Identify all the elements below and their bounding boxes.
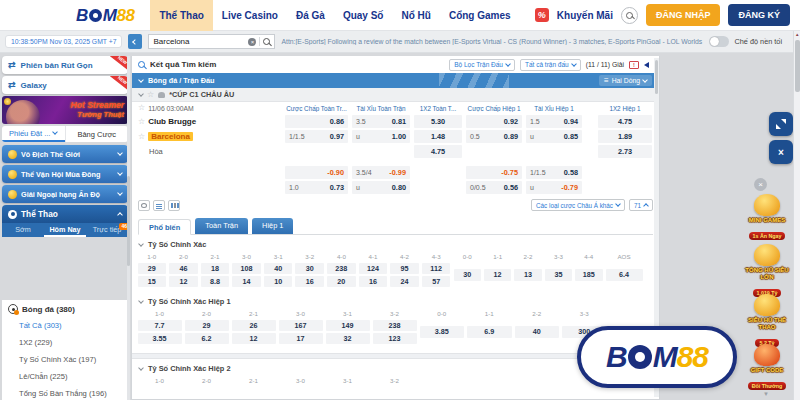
- promo-badge[interactable]: TỔNG HŨ SIÊU LỚN1,019 Tỷ: [740, 244, 794, 299]
- odds-cell[interactable]: 0.86: [285, 115, 348, 128]
- odds-cell[interactable]: u0.80: [352, 181, 410, 194]
- score-section-header[interactable]: Tỷ Số Chính Xác Hiệp 1: [132, 292, 659, 308]
- search-back-button[interactable]: [128, 34, 142, 49]
- sport-group-football[interactable]: Bóng đá (380): [2, 300, 128, 317]
- odds-cell[interactable]: 1.48: [414, 130, 462, 143]
- search-input[interactable]: [153, 37, 245, 46]
- odds-cell[interactable]: 1/1.50.97: [285, 130, 348, 143]
- odds-cell[interactable]: 1.89: [598, 130, 652, 143]
- score-odds-cell[interactable]: 10: [264, 276, 293, 287]
- star-icon[interactable]: [138, 104, 145, 112]
- promo-scroll-down-icon[interactable]: [763, 391, 769, 397]
- odds-cell[interactable]: 2.73: [598, 145, 652, 158]
- score-odds-cell[interactable]: 112: [422, 263, 451, 274]
- odds-cell[interactable]: 4.75: [414, 145, 462, 158]
- score-odds-cell[interactable]: 3.85: [420, 326, 465, 338]
- score-odds-cell[interactable]: 149: [326, 320, 370, 331]
- nav-item[interactable]: Nổ Hũ: [392, 0, 439, 31]
- other-asian-bets-dropdown[interactable]: Các loại cược Châu Á khác: [531, 199, 625, 211]
- score-odds-cell[interactable]: 17: [279, 333, 323, 344]
- league-header-row[interactable]: *CÚP C1 CHÂU ÂU: [132, 88, 659, 102]
- score-odds-cell[interactable]: 3.55: [138, 333, 182, 344]
- promo-badge[interactable]: MINI GAMES1s Ăn Ngay: [740, 194, 794, 242]
- score-odds-cell[interactable]: 6.9: [467, 326, 512, 338]
- promo-badge[interactable]: SIÊU HŨ THỂ THAO5.2 Tỷ: [740, 294, 794, 349]
- score-odds-cell[interactable]: 238: [327, 263, 356, 274]
- odds-table-tab[interactable]: Bảng Cược: [65, 126, 129, 142]
- score-odds-cell[interactable]: 29: [138, 263, 167, 274]
- sidebar-bet-type[interactable]: 1X2 (229): [2, 334, 128, 351]
- list-view-icon[interactable]: [153, 200, 165, 211]
- odds-cell[interactable]: -0.90: [285, 166, 348, 179]
- score-odds-cell[interactable]: 40: [515, 326, 560, 338]
- score-odds-cell[interactable]: 123: [373, 333, 417, 344]
- score-odds-cell[interactable]: 6.4: [606, 269, 643, 281]
- sidebar-league-button[interactable]: Vô Địch Thế Giới: [2, 145, 128, 163]
- score-odds-cell[interactable]: 12: [484, 269, 511, 281]
- odds-cell[interactable]: 1/1.50.58: [526, 166, 582, 179]
- score-odds-cell[interactable]: 40: [264, 263, 293, 274]
- dark-mode-toggle[interactable]: [709, 36, 729, 47]
- score-odds-cell[interactable]: 13: [514, 269, 541, 281]
- score-section-header[interactable]: Tỷ Số Chính Xác: [132, 235, 659, 251]
- star-icon[interactable]: [147, 91, 154, 99]
- score-odds-cell[interactable]: 7.7: [138, 320, 182, 331]
- bet-market-tab[interactable]: Phổ biến: [138, 219, 191, 235]
- time-tab[interactable]: Hôm Nay: [44, 223, 86, 237]
- score-odds-cell[interactable]: 16: [359, 276, 388, 287]
- sport-section-bar[interactable]: Bóng đá / Trận Đấu Hai Dòng: [132, 73, 659, 88]
- score-odds-cell[interactable]: 6.2: [185, 333, 229, 344]
- score-odds-cell[interactable]: 12: [232, 333, 276, 344]
- sidebar-league-button[interactable]: Giải Ngoại hạng Ấn Độ: [2, 185, 128, 203]
- score-odds-cell[interactable]: 167: [279, 320, 323, 331]
- star-icon[interactable]: [138, 133, 145, 141]
- sports-section-header[interactable]: Thể Thao: [2, 205, 128, 223]
- odds-cell[interactable]: u0.85: [526, 130, 582, 143]
- nav-item[interactable]: Live Casino: [213, 0, 287, 31]
- score-odds-cell[interactable]: 12: [169, 276, 198, 287]
- score-odds-cell[interactable]: 16: [295, 276, 324, 287]
- sidebar-bet-type[interactable]: Tất Cả (303): [2, 317, 128, 334]
- page-scrollbar[interactable]: [793, 31, 800, 400]
- clear-search-icon[interactable]: [248, 38, 256, 46]
- panel-scroll-thumb[interactable]: [655, 60, 658, 94]
- all-matches-dropdown[interactable]: Tất cả trận đấu: [520, 59, 581, 71]
- sidebar-bet-type[interactable]: Lẻ/Chẵn (225): [2, 368, 128, 385]
- live-tv-icon[interactable]: [629, 61, 639, 69]
- promo-badge[interactable]: GIFT CODEĐổi Thưởng: [740, 344, 794, 392]
- odds-cell[interactable]: 3.5/4-0.99: [352, 166, 410, 179]
- close-promos-button[interactable]: [754, 178, 767, 191]
- odds-cell[interactable]: 0.50.89: [466, 130, 522, 143]
- page-scroll-thumb[interactable]: [795, 40, 800, 92]
- score-odds-cell[interactable]: 46: [169, 263, 198, 274]
- bet-market-tab[interactable]: Hiệp 1: [252, 218, 293, 234]
- sidebar-scrollbar[interactable]: [127, 56, 130, 400]
- view-mode-dropdown[interactable]: Hai Dòng: [599, 75, 652, 86]
- galaxy-button[interactable]: Galaxy NEW: [2, 76, 128, 94]
- login-button[interactable]: ĐĂNG NHẬP: [646, 4, 721, 26]
- search-submit-icon[interactable]: [263, 38, 270, 45]
- score-odds-cell[interactable]: 35: [545, 269, 572, 281]
- score-odds-cell[interactable]: 108: [232, 263, 261, 274]
- score-odds-cell[interactable]: 14: [232, 276, 261, 287]
- score-odds-cell[interactable]: 8.8: [201, 276, 230, 287]
- nav-item[interactable]: Đá Gà: [287, 0, 334, 31]
- refresh-icon[interactable]: [138, 200, 150, 211]
- sidebar-league-button[interactable]: Thể Vận Hội Mùa Đông: [2, 165, 128, 183]
- bet-slip-tab[interactable]: Phiếu Đặt ...: [2, 126, 65, 142]
- odds-cell[interactable]: u1.00: [352, 130, 410, 143]
- odds-cell[interactable]: 0/0.50.56: [466, 181, 522, 194]
- hot-streamer-banner[interactable]: Hot Streamer Tường Thuật: [2, 96, 128, 124]
- promotions-link[interactable]: Khuyến Mãi: [557, 10, 613, 21]
- score-odds-cell[interactable]: 124: [359, 263, 388, 274]
- odds-cell[interactable]: 0.92: [466, 115, 522, 128]
- close-panel-button[interactable]: [769, 140, 793, 164]
- score-odds-cell[interactable]: 30: [295, 263, 324, 274]
- score-odds-cell[interactable]: 15: [138, 276, 167, 287]
- score-odds-cell[interactable]: 57: [422, 276, 451, 287]
- score-odds-cell[interactable]: 29: [185, 320, 229, 331]
- score-odds-cell[interactable]: 95: [390, 263, 419, 274]
- stats-chart-icon[interactable]: [168, 200, 180, 211]
- score-odds-cell[interactable]: 30: [454, 269, 481, 281]
- compact-version-button[interactable]: Phiên bản Rút Gọn NEW: [2, 56, 128, 74]
